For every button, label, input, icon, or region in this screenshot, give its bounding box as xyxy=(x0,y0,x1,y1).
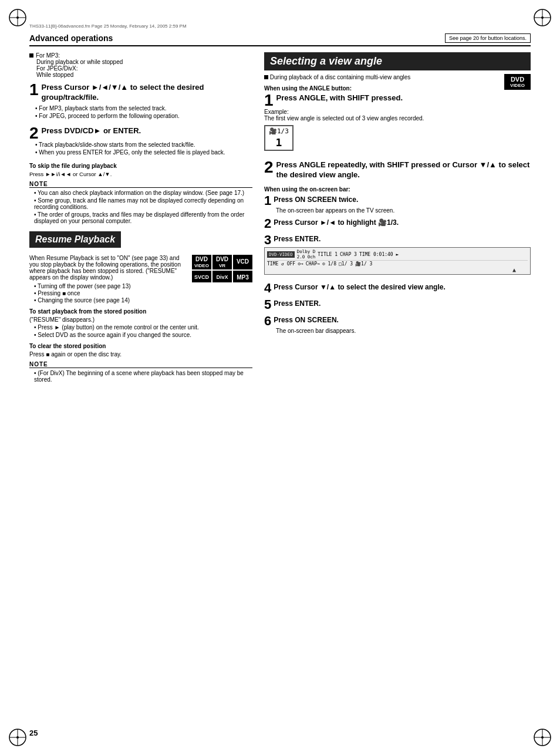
stored-heading: To start playback from the stored positi… xyxy=(29,308,252,315)
for-mp3-label: For MP3: xyxy=(29,52,252,59)
bullet-icon xyxy=(29,53,33,58)
os-step-4-title: Press Cursor ▼/▲ to select the desired v… xyxy=(274,282,531,292)
os-step-1-sub: The on-screen bar appears on the TV scre… xyxy=(264,207,531,214)
resume-section-title: Resume Playback xyxy=(29,231,121,248)
clear-heading: To clear the stored position xyxy=(29,343,252,349)
os-step-4-number: 4 xyxy=(264,282,271,295)
step-2: 2 Press DVD/CD► or ENTER. Track playback… xyxy=(29,126,252,157)
badge-divx: DivX xyxy=(212,271,232,282)
os-step-6-title: Press ON SCREEN. xyxy=(274,315,531,325)
os-step-1-number: 1 xyxy=(264,194,271,207)
right-step-1-body: Example: The first view angle is selecte… xyxy=(264,109,531,154)
step-1-title: Press Cursor ►/◄/▼/▲ to select the desir… xyxy=(42,83,252,103)
skip-heading: To skip the file during playback xyxy=(29,163,252,169)
step-1: 1 Press Cursor ►/◄/▼/▲ to select the des… xyxy=(29,83,252,120)
note-block-2: NOTE (For DivX) The beginning of a scene… xyxy=(29,361,252,383)
right-dvd-badge: DVDVIDEO xyxy=(504,74,531,90)
os-step-3-title: Press ENTER. xyxy=(274,234,531,244)
right-step-1: 1 Press ANGLE, with SHIFT pressed. Examp… xyxy=(264,93,531,154)
os-step-3-body: DVD-VIDEO Dolby D2.0 0ch TITLE 1 CHAP 3 … xyxy=(264,247,531,275)
os-step-2-number: 2 xyxy=(264,217,271,230)
page-number: 25 xyxy=(29,729,38,737)
note-block-1: NOTE You can also check playback informa… xyxy=(29,181,252,224)
selecting-view-angle-title: Selecting a view angle xyxy=(264,52,531,70)
step-1-body: For MP3, playback starts from the select… xyxy=(29,105,252,119)
page-header: Advanced operations See page 20 for butt… xyxy=(29,33,531,46)
angle-button-heading: When using the ANGLE button: xyxy=(264,85,531,92)
os-step-6-number: 6 xyxy=(264,315,271,328)
right-step-1-title: Press ANGLE, with SHIFT pressed. xyxy=(276,93,531,103)
right-intro-label: During playback of a disc containing mul… xyxy=(264,74,531,80)
for-mp3-section: For MP3: During playback or while stoppe… xyxy=(29,52,252,78)
right-step-2: 2 Press ANGLE repeatedly, with SHIFT pre… xyxy=(264,160,531,180)
step-1-number: 1 xyxy=(29,82,39,98)
os-step-5-title: Press ENTER. xyxy=(274,298,531,309)
os-step-5-number: 5 xyxy=(264,298,271,311)
note-title-1: NOTE xyxy=(29,181,252,188)
os-step-6: 6 Press ON SCREEN. The on-screen bar dis… xyxy=(264,315,531,334)
os-step-6-sub: The on-screen bar disappears. xyxy=(264,328,531,334)
os-step-2-title: Press Cursor ►/◄ to highlight 🎥1/3. xyxy=(274,217,531,228)
left-column: For MP3: During playback or while stoppe… xyxy=(29,52,252,384)
os-step-4: 4 Press Cursor ▼/▲ to select the desired… xyxy=(264,282,531,295)
onscreen-bar-display: DVD-VIDEO Dolby D2.0 0ch TITLE 1 CHAP 3 … xyxy=(264,247,531,275)
right-step-1-number: 1 xyxy=(264,92,274,109)
os-step-3: 3 Press ENTER. DVD-VIDEO Dolby D2.0 0ch … xyxy=(264,234,531,279)
clear-text: Press ■ again or open the disc tray. xyxy=(29,351,252,358)
arrow-up: ▲ xyxy=(512,267,516,273)
resume-section-content: DVDVIDEO DVDVR VCD SVCD DivX MP3 When Re… xyxy=(29,255,252,304)
bullet-icon-right xyxy=(264,75,268,79)
skip-text: Press ►►i/i◄◄ or Cursor ▲/▼. xyxy=(29,171,252,177)
badge-dvd-video: DVDVIDEO xyxy=(192,255,211,270)
badge-svcd: SVCD xyxy=(192,271,211,282)
badge-mp3: MP3 xyxy=(233,271,252,282)
resume-playback-section: Resume Playback DVDVIDEO DVDVR VCD SVCD … xyxy=(29,231,252,383)
os-step-5: 5 Press ENTER. xyxy=(264,298,531,311)
angle-display-box: 🎥1/3 1 xyxy=(264,125,294,151)
badge-vcd: VCD xyxy=(233,255,252,270)
for-mp3-lines: During playback or while stopped For JPE… xyxy=(29,59,252,78)
resume-badges: DVDVIDEO DVDVR VCD SVCD DivX MP3 xyxy=(192,255,252,283)
os-step-2: 2 Press Cursor ►/◄ to highlight 🎥1/3. xyxy=(264,217,531,230)
os-step-3-number: 3 xyxy=(264,234,271,247)
right-column: Selecting a view angle DVDVIDEO During p… xyxy=(264,52,531,384)
page-title: Advanced operations xyxy=(29,33,113,43)
stored-text: ("RESUME" disappears.) xyxy=(29,316,252,323)
right-step-2-title: Press ANGLE repeatedly, with SHIFT press… xyxy=(276,160,531,180)
badge-dvd-vr: DVDVR xyxy=(212,255,232,270)
content-area: For MP3: During playback or while stoppe… xyxy=(29,52,531,384)
step-2-number: 2 xyxy=(29,125,39,141)
os-step-1: 1 Press ON SCREEN twice. The on-screen b… xyxy=(264,194,531,214)
right-intro-area: DVDVIDEO During playback of a disc conta… xyxy=(264,74,531,80)
step-2-title: Press DVD/CD► or ENTER. xyxy=(42,126,252,136)
header-note: See page 20 for button locations. xyxy=(445,33,531,43)
note-title-2: NOTE xyxy=(29,361,252,368)
step-2-body: Track playback/slide-show starts from th… xyxy=(29,141,252,156)
filepath: THS33-11[B]-06advanced.fm Page 25 Monday… xyxy=(29,23,531,29)
os-step-1-title: Press ON SCREEN twice. xyxy=(274,194,531,205)
onscreen-heading: When using the on-screen bar: xyxy=(264,186,531,193)
right-step-2-number: 2 xyxy=(264,159,274,176)
